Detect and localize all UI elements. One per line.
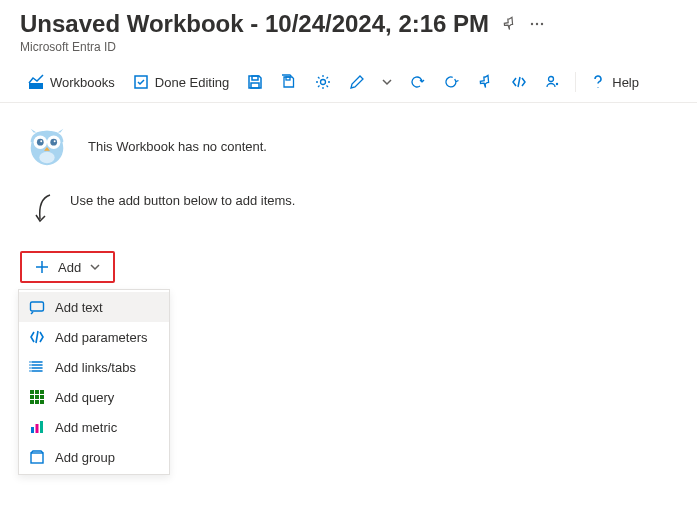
svg-point-9 [549,77,554,82]
gear-icon [315,74,331,90]
save-button[interactable] [239,70,271,94]
svg-rect-20 [30,390,34,394]
page-title: Unsaved Workbook - 10/24/2024, 2:16 PM [20,10,489,38]
plus-icon [34,259,50,275]
help-icon [590,74,606,90]
feedback-icon [545,74,561,90]
add-dropdown: Add text Add parameters Add links/tabs A… [18,289,170,475]
more-icon[interactable] [529,16,545,32]
save-icon [247,74,263,90]
empty-state-row: This Workbook has no content. [24,123,673,169]
add-metric-item[interactable]: Add metric [19,412,169,442]
query-icon [29,389,45,405]
hint-row: Use the add button below to add items. [34,193,673,227]
text-icon [29,299,45,315]
svg-rect-28 [40,400,44,404]
save-as-button[interactable] [273,70,305,94]
svg-rect-6 [251,83,259,88]
svg-rect-30 [36,424,39,433]
chevron-down-icon [379,74,395,90]
feedback-button[interactable] [537,70,569,94]
svg-rect-24 [35,395,39,399]
done-editing-button[interactable]: Done Editing [125,70,237,94]
help-button[interactable]: Help [582,70,647,94]
hint-text: Use the add button below to add items. [70,193,295,208]
svg-rect-27 [35,400,39,404]
content-area: This Workbook has no content. Use the ad… [0,103,697,495]
svg-rect-32 [31,453,43,463]
redo-button[interactable] [435,70,467,94]
svg-point-10 [556,83,558,85]
svg-point-0 [531,23,533,25]
menu-label: Add links/tabs [55,360,136,375]
menu-label: Add text [55,300,103,315]
svg-point-17 [54,140,56,142]
redo-icon [443,74,459,90]
links-icon [29,359,45,375]
workbooks-button[interactable]: Workbooks [20,70,123,94]
svg-point-2 [541,23,543,25]
svg-rect-26 [30,400,34,404]
pin-icon[interactable] [501,16,517,32]
svg-point-14 [37,139,44,146]
menu-label: Add group [55,450,115,465]
chevron-down-icon [89,261,101,273]
menu-label: Add query [55,390,114,405]
svg-rect-19 [31,302,44,311]
add-parameters-item[interactable]: Add parameters [19,322,169,352]
owl-icon [24,123,70,169]
save-as-icon [281,74,297,90]
svg-point-15 [50,139,57,146]
add-text-item[interactable]: Add text [19,292,169,322]
edit-button[interactable] [341,70,373,94]
empty-message: This Workbook has no content. [88,139,267,154]
done-editing-icon [133,74,149,90]
svg-rect-5 [252,76,258,80]
parameters-icon [29,329,45,345]
add-links-item[interactable]: Add links/tabs [19,352,169,382]
title-row: Unsaved Workbook - 10/24/2024, 2:16 PM [20,10,677,38]
svg-point-16 [40,140,42,142]
pin-toolbar-icon [477,74,493,90]
code-icon [511,74,527,90]
help-label: Help [612,75,639,90]
svg-point-18 [39,152,54,164]
menu-label: Add parameters [55,330,148,345]
code-button[interactable] [503,70,535,94]
undo-icon [409,74,425,90]
undo-button[interactable] [401,70,433,94]
svg-rect-3 [29,83,43,89]
arrow-icon [34,193,54,227]
menu-label: Add metric [55,420,117,435]
metric-icon [29,419,45,435]
add-query-item[interactable]: Add query [19,382,169,412]
svg-point-8 [321,80,326,85]
toolbar-divider [575,72,576,92]
svg-rect-25 [40,395,44,399]
workbooks-icon [28,74,44,90]
pencil-icon [349,74,365,90]
svg-rect-31 [40,421,43,433]
done-editing-label: Done Editing [155,75,229,90]
svg-point-1 [536,23,538,25]
edit-dropdown[interactable] [375,70,399,94]
add-button[interactable]: Add [20,251,115,283]
add-group-item[interactable]: Add group [19,442,169,472]
svg-rect-7 [286,77,290,80]
settings-button[interactable] [307,70,339,94]
svg-rect-23 [30,395,34,399]
svg-rect-22 [40,390,44,394]
add-button-label: Add [58,260,81,275]
toolbar: Workbooks Done Editing [0,64,697,103]
workbooks-label: Workbooks [50,75,115,90]
page-header: Unsaved Workbook - 10/24/2024, 2:16 PM M… [0,0,697,58]
group-icon [29,449,45,465]
svg-rect-21 [35,390,39,394]
page-subtitle: Microsoft Entra ID [20,40,677,54]
svg-rect-29 [31,427,34,433]
pin-button[interactable] [469,70,501,94]
